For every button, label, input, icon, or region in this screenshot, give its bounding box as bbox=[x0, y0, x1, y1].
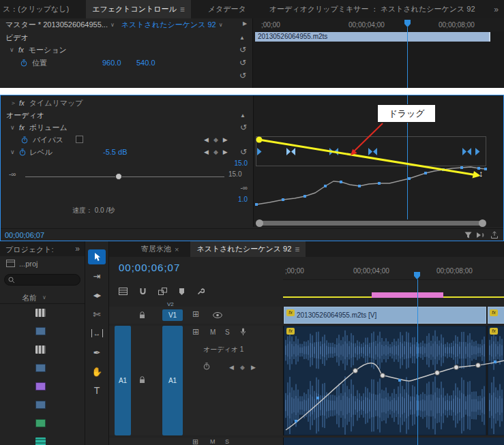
level-row[interactable]: ∨ レベル -5.5 dB ◀ ◆ ▶ ↺ bbox=[1, 146, 253, 158]
fx-enable-icon[interactable]: fx bbox=[18, 46, 24, 54]
tab-active-sequence[interactable]: ネストされたシーケンス 92 ≡ bbox=[190, 241, 306, 257]
hand-tool[interactable]: ✋ bbox=[88, 364, 106, 379]
solo-button[interactable]: S bbox=[225, 438, 229, 445]
chevron-closed-icon[interactable]: ＞ bbox=[10, 99, 19, 108]
prev-keyframe-icon[interactable]: ◀ bbox=[204, 136, 209, 143]
tab-audio-clip-mixer[interactable]: オーディオクリップミキサー ： ネストされたシーケンス 92 bbox=[263, 0, 481, 18]
solo-button[interactable]: S bbox=[225, 328, 230, 336]
playhead-line[interactable] bbox=[417, 279, 418, 445]
tab-effect-controls[interactable]: エフェクトコントロール≡ bbox=[86, 0, 191, 18]
next-keyframe-icon[interactable]: ▶ bbox=[223, 149, 228, 155]
slip-tool[interactable]: ↔ bbox=[88, 326, 106, 341]
scrollbar-thumb[interactable] bbox=[258, 221, 484, 226]
stopwatch-icon[interactable] bbox=[20, 59, 29, 67]
clip-fx-badge[interactable]: fx bbox=[286, 309, 295, 316]
list-item[interactable] bbox=[35, 382, 46, 390]
video-clip-next[interactable]: fx bbox=[488, 307, 504, 324]
track-visibility-eye-icon[interactable] bbox=[213, 312, 222, 318]
reset-param-icon[interactable]: ↺ bbox=[239, 58, 246, 67]
timeline-settings-wrench-icon[interactable] bbox=[196, 288, 205, 296]
scrollbar-left-handle[interactable] bbox=[256, 219, 263, 227]
position-x-value[interactable]: 960.0 bbox=[102, 59, 121, 67]
list-item[interactable] bbox=[35, 346, 46, 354]
clip-fx-badge[interactable]: fx bbox=[490, 309, 498, 316]
fx-enable-icon[interactable]: fx bbox=[19, 124, 25, 132]
caret-down-icon[interactable]: ∨ bbox=[219, 22, 223, 28]
track-lock-icon[interactable] bbox=[139, 376, 145, 384]
list-item[interactable] bbox=[35, 364, 46, 372]
linked-selection-icon[interactable] bbox=[158, 288, 167, 295]
keyframe-filter-funnel-icon[interactable] bbox=[464, 232, 472, 239]
reset-effect-icon[interactable]: ↺ bbox=[240, 123, 247, 132]
timeline-timecode[interactable]: 00;00;06;07 bbox=[119, 262, 180, 273]
type-tool[interactable]: T bbox=[88, 383, 106, 398]
scrollbar-right-handle[interactable] bbox=[479, 219, 486, 227]
export-icon[interactable] bbox=[490, 231, 499, 239]
list-item[interactable] bbox=[35, 401, 46, 409]
mute-button[interactable]: M bbox=[210, 438, 216, 445]
close-tab-icon[interactable]: × bbox=[175, 245, 179, 254]
tab-metadata[interactable]: メタデータ bbox=[202, 0, 252, 18]
search-input[interactable] bbox=[17, 275, 78, 284]
ecp-status-timecode[interactable]: 00;00;06;07 bbox=[5, 231, 44, 239]
a1-source-patch-button[interactable]: A1 bbox=[115, 326, 131, 435]
chevron-open-icon[interactable]: ∨ bbox=[10, 124, 19, 131]
list-item[interactable] bbox=[35, 419, 46, 427]
panel-menu-icon[interactable]: ≡ bbox=[180, 5, 185, 14]
chevron-open-icon[interactable]: ∨ bbox=[10, 46, 18, 53]
fx-enable-icon[interactable]: fx bbox=[19, 99, 25, 107]
volume-effect-row[interactable]: ∨ fx ボリューム ↺ bbox=[1, 121, 253, 134]
timeline-ruler[interactable]: ;00;00 00;00;04;00 00;00;08;00 bbox=[283, 257, 504, 280]
add-keyframe-icon[interactable]: ◆ bbox=[213, 136, 218, 143]
reset-param-icon[interactable]: ↺ bbox=[240, 147, 247, 157]
graph-zoom-scrollbar[interactable] bbox=[256, 219, 486, 227]
track-keyframes-stopwatch-icon[interactable] bbox=[203, 363, 210, 370]
next-keyframe-icon[interactable]: ▶ bbox=[223, 136, 228, 143]
position-row[interactable]: 位置 960.0 540.0 ↺ bbox=[0, 57, 252, 69]
mute-button[interactable]: M bbox=[210, 328, 216, 336]
reset-param-icon[interactable]: ↺ bbox=[239, 71, 246, 80]
pen-tool[interactable]: ✒ bbox=[88, 345, 106, 360]
playhead-line[interactable] bbox=[407, 27, 408, 88]
project-panel-title[interactable]: プロジェクト: bbox=[5, 245, 54, 255]
ecp-ruler[interactable]: ;00;00 00;00;04;00 00;00;08;00 bbox=[252, 18, 504, 31]
level-slider-track[interactable] bbox=[25, 177, 224, 177]
reset-effect-icon[interactable]: ↺ bbox=[239, 45, 246, 55]
nest-insert-icon[interactable] bbox=[119, 288, 128, 295]
voiceover-mic-icon[interactable] bbox=[240, 328, 246, 336]
name-column-header[interactable]: 名前 ∨ bbox=[0, 290, 85, 304]
panel-overflow-icon[interactable]: » bbox=[494, 5, 504, 14]
sync-lock-icon[interactable]: ⊞ bbox=[192, 438, 198, 445]
a1-track-target-button[interactable]: A1 bbox=[162, 326, 183, 435]
razor-tool[interactable]: ✄ bbox=[88, 307, 106, 322]
next-keyframe-icon[interactable]: ▶ bbox=[251, 364, 256, 371]
project-bin-row[interactable]: ...proj bbox=[0, 256, 85, 271]
time-remap-row[interactable]: ＞ fx タイムリマップ bbox=[1, 97, 253, 109]
v1-track-target-button[interactable]: V1 bbox=[162, 309, 183, 321]
tab-source-monitor[interactable]: ス：(クリップなし) bbox=[0, 0, 75, 18]
master-clip-label[interactable]: マスター * 20130526064955... bbox=[5, 20, 108, 30]
prev-keyfram-icon[interactable]: ◀ bbox=[204, 149, 209, 155]
bypass-checkbox[interactable] bbox=[76, 136, 83, 143]
motion-effect-row[interactable]: ∨ fx モーション ↺ bbox=[0, 44, 252, 56]
caret-down-icon[interactable]: ∨ bbox=[110, 22, 115, 28]
add-keyframe-icon[interactable]: ◆ bbox=[240, 364, 245, 371]
track-select-forward-tool[interactable]: ⇥ bbox=[88, 268, 106, 283]
panel-overflow-icon[interactable]: » bbox=[75, 244, 80, 254]
snap-magnet-icon[interactable] bbox=[139, 288, 147, 296]
level-value[interactable]: -5.5 dB bbox=[103, 148, 127, 156]
position-y-value[interactable]: 540.0 bbox=[136, 59, 155, 67]
collapse-section-icon[interactable]: ▲ bbox=[239, 35, 245, 41]
bypass-row[interactable]: バイパス ◀ ◆ ▶ bbox=[1, 134, 253, 146]
project-search-box[interactable] bbox=[4, 274, 80, 286]
list-item[interactable] bbox=[35, 327, 46, 335]
add-marker-icon[interactable] bbox=[179, 288, 185, 296]
stopwatch-icon[interactable] bbox=[21, 136, 30, 144]
add-keyframe-icon[interactable]: ◆ bbox=[213, 149, 218, 155]
list-item[interactable] bbox=[35, 309, 46, 317]
tab-other-sequence[interactable]: 寄居氷池 × bbox=[135, 241, 185, 257]
sync-lock-icon[interactable]: ⊞ bbox=[192, 327, 199, 337]
panel-menu-icon[interactable]: ≡ bbox=[295, 245, 299, 254]
track-lock-icon[interactable] bbox=[139, 311, 145, 319]
stopwatch-icon[interactable] bbox=[19, 149, 28, 156]
